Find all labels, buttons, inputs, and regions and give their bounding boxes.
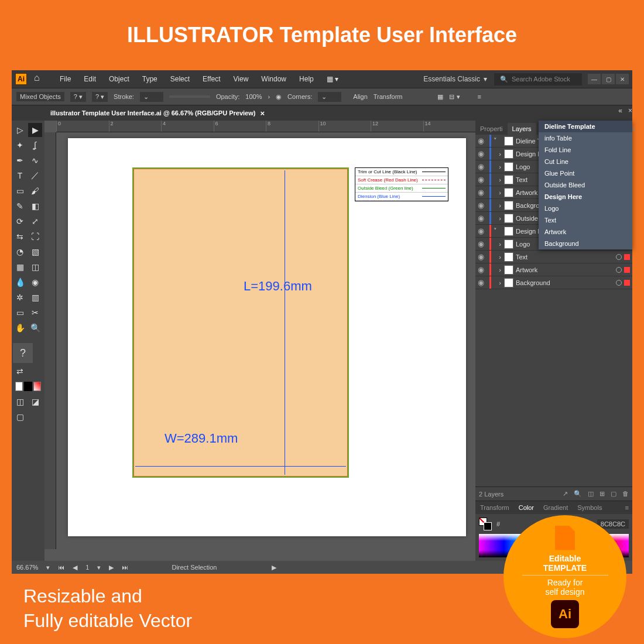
scale-tool-icon[interactable]: ⤢ xyxy=(28,214,42,228)
hand-tool-icon[interactable]: ✋ xyxy=(13,321,27,335)
context-item[interactable]: Fold Line xyxy=(539,144,632,156)
selection-tool-icon[interactable]: ▷ xyxy=(13,123,27,137)
search-input[interactable]: 🔍Search Adobe Stock xyxy=(494,73,582,85)
select-indicator[interactable] xyxy=(624,254,630,260)
shaper-tool-icon[interactable]: ✎ xyxy=(13,199,27,213)
menu-effect[interactable]: Effect xyxy=(197,75,226,83)
target-icon[interactable] xyxy=(616,254,622,260)
first-artboard-icon[interactable]: ⏮ xyxy=(58,564,64,571)
default-stroke-icon[interactable] xyxy=(24,382,32,391)
arrange-icon[interactable]: ▦ ▾ xyxy=(321,75,344,83)
fill-swatch[interactable]: ? xyxy=(13,343,33,363)
context-item[interactable]: Text xyxy=(539,214,632,226)
tab-color[interactable]: Color xyxy=(514,504,539,511)
expand-chevron-icon[interactable]: › xyxy=(494,241,502,248)
expand-chevron-icon[interactable]: › xyxy=(494,266,502,273)
visibility-toggle-icon[interactable]: ◉ xyxy=(478,136,487,145)
context-item[interactable]: Artwork xyxy=(539,226,632,238)
direct-selection-tool-icon[interactable]: ▶ xyxy=(28,123,42,137)
perspective-tool-icon[interactable]: ▧ xyxy=(28,245,42,259)
type-tool-icon[interactable]: T xyxy=(13,169,27,183)
menu-help[interactable]: Help xyxy=(293,75,320,83)
context-item[interactable]: Background xyxy=(539,238,632,249)
visibility-toggle-icon[interactable]: ◉ xyxy=(478,175,487,184)
eyedropper-tool-icon[interactable]: 💧 xyxy=(13,275,27,289)
panel-collapse-icon[interactable]: « xyxy=(618,107,622,115)
fill-stroke-indicator[interactable] xyxy=(479,518,492,530)
expand-chevron-icon[interactable]: › xyxy=(494,150,502,157)
gradient-tool-icon[interactable]: ◫ xyxy=(28,260,42,274)
target-icon[interactable] xyxy=(616,267,622,273)
tab-properties[interactable]: Properti xyxy=(475,123,508,135)
last-artboard-icon[interactable]: ⏭ xyxy=(122,564,128,571)
select-indicator[interactable] xyxy=(624,267,630,273)
brush-def[interactable] xyxy=(169,95,210,98)
context-item[interactable]: Design Here xyxy=(539,191,632,203)
menu-edit[interactable]: Edit xyxy=(78,75,102,83)
menu-view[interactable]: View xyxy=(228,75,255,83)
visibility-toggle-icon[interactable]: ◉ xyxy=(478,278,487,287)
eraser-tool-icon[interactable]: ◧ xyxy=(28,199,42,213)
layer-name[interactable]: Background xyxy=(516,279,614,286)
expand-chevron-icon[interactable]: › xyxy=(494,163,502,170)
color-panel-menu-icon[interactable]: ≡ xyxy=(621,504,632,511)
target-icon[interactable] xyxy=(616,280,622,286)
workspace-switcher[interactable]: Essentials Classic ▾ xyxy=(417,73,493,85)
expand-chevron-icon[interactable]: › xyxy=(494,176,502,183)
home-icon[interactable]: ⌂ xyxy=(34,73,47,85)
layer-row[interactable]: ◉ › Background xyxy=(475,276,632,289)
free-transform-tool-icon[interactable]: ⛶ xyxy=(28,229,42,244)
expand-chevron-icon[interactable]: ˅ xyxy=(494,137,502,145)
visibility-toggle-icon[interactable]: ◉ xyxy=(478,214,487,222)
draw-behind-icon[interactable]: ◪ xyxy=(28,395,42,409)
visibility-toggle-icon[interactable]: ◉ xyxy=(478,239,487,248)
transform-label[interactable]: Transform xyxy=(374,93,403,100)
expand-chevron-icon[interactable]: › xyxy=(494,202,502,209)
rectangle-tool-icon[interactable]: ▭ xyxy=(13,184,27,198)
close-tab-icon[interactable]: × xyxy=(260,109,265,118)
slice-tool-icon[interactable]: ✂ xyxy=(28,306,42,320)
opacity-value[interactable]: 100% xyxy=(245,93,262,100)
curvature-tool-icon[interactable]: ∿ xyxy=(28,153,42,167)
expand-chevron-icon[interactable]: ˅ xyxy=(494,227,502,235)
stroke-dropdown[interactable]: ? ▾ xyxy=(92,92,108,102)
expand-chevron-icon[interactable]: › xyxy=(494,254,502,261)
artboard[interactable]: L=199.6mm W=289.1mm Trim or Cut Line (Bl… xyxy=(68,138,466,536)
context-item[interactable]: Cut Line xyxy=(539,156,632,167)
minimize-button[interactable]: — xyxy=(588,74,601,84)
graph-tool-icon[interactable]: ▥ xyxy=(28,290,42,304)
align-label[interactable]: Align xyxy=(353,93,367,100)
canvas-area[interactable]: 02468101214 L=199.6mm W=289.1mm Trim or … xyxy=(44,121,475,561)
expand-chevron-icon[interactable]: › xyxy=(494,215,502,222)
visibility-toggle-icon[interactable]: ◉ xyxy=(478,188,487,197)
find-layer-icon[interactable]: 🔍 xyxy=(574,490,582,498)
zoom-level[interactable]: 66.67% xyxy=(16,564,38,571)
lasso-tool-icon[interactable]: ʆ xyxy=(28,138,42,152)
default-fill-icon[interactable] xyxy=(15,382,23,391)
maximize-button[interactable]: ▢ xyxy=(602,74,615,84)
tab-symbols[interactable]: Symbols xyxy=(573,504,607,511)
visibility-toggle-icon[interactable]: ◉ xyxy=(478,252,487,261)
expand-chevron-icon[interactable]: › xyxy=(494,189,502,196)
mesh-tool-icon[interactable]: ▦ xyxy=(13,260,27,274)
document-tab[interactable]: illustrator Template User Interface.ai @… xyxy=(44,109,270,118)
clip-mask-icon[interactable]: ◫ xyxy=(588,490,594,498)
screen-mode-icon[interactable]: ▢ xyxy=(13,410,27,424)
menu-object[interactable]: Object xyxy=(103,75,135,83)
artboard-tool-icon[interactable]: ▭ xyxy=(13,306,27,320)
visibility-toggle-icon[interactable]: ◉ xyxy=(478,227,487,235)
context-item[interactable]: Dieline Template xyxy=(539,121,632,132)
artboard-number[interactable]: 1 xyxy=(85,564,89,571)
menu-window[interactable]: Window xyxy=(255,75,292,83)
new-sublayer-icon[interactable]: ⊞ xyxy=(600,490,605,498)
context-item[interactable]: Outside Bleed xyxy=(539,179,632,191)
tab-gradient[interactable]: Gradient xyxy=(539,504,573,511)
brush-tool-icon[interactable]: 🖌 xyxy=(28,184,42,198)
layer-name[interactable]: Artwork xyxy=(516,266,614,273)
isolate2-icon[interactable]: ⊟ ▾ xyxy=(449,93,460,101)
magic-wand-tool-icon[interactable]: ✦ xyxy=(13,138,27,152)
menu-select[interactable]: Select xyxy=(165,75,196,83)
visibility-toggle-icon[interactable]: ◉ xyxy=(478,265,487,274)
next-artboard-icon[interactable]: ▶ xyxy=(109,564,114,571)
prev-artboard-icon[interactable]: ◀ xyxy=(73,564,77,571)
